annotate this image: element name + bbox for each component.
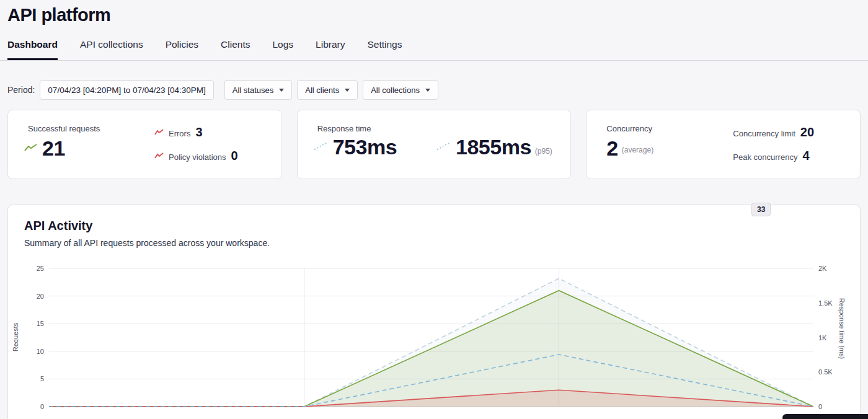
response-time-card: Response time 753ms 1855ms (p95) bbox=[297, 110, 572, 179]
tab-library[interactable]: Library bbox=[316, 25, 345, 60]
tab-logs[interactable]: Logs bbox=[272, 25, 293, 60]
chevron-down-icon bbox=[425, 89, 430, 92]
successful-requests-title: Successful requests bbox=[28, 124, 100, 133]
period-label: Period: bbox=[7, 85, 35, 95]
errors-value: 3 bbox=[195, 125, 202, 139]
trend-red-icon bbox=[154, 151, 164, 162]
trend-up-green-icon bbox=[24, 143, 38, 154]
sparkline-teal-icon bbox=[436, 142, 451, 153]
svg-text:15: 15 bbox=[37, 320, 44, 327]
policy-violations-value: 0 bbox=[231, 149, 238, 163]
response-avg-value: 753ms bbox=[333, 135, 397, 159]
svg-text:Response time (ms): Response time (ms) bbox=[838, 298, 846, 359]
svg-text:0: 0 bbox=[40, 403, 44, 410]
policy-violations-label: Policy violations bbox=[169, 152, 226, 162]
header: API platform bbox=[0, 0, 868, 25]
peak-concurrency-label: Peak concurrency bbox=[733, 152, 797, 162]
concurrency-title: Concurrency bbox=[606, 124, 652, 133]
concurrency-limit-label: Concurrency limit bbox=[733, 129, 795, 138]
clients-dropdown[interactable]: All clients bbox=[297, 80, 358, 100]
tab-settings[interactable]: Settings bbox=[367, 25, 402, 60]
svg-text:10: 10 bbox=[37, 348, 44, 355]
svg-text:0: 0 bbox=[818, 403, 822, 410]
errors-label: Errors bbox=[169, 129, 190, 138]
svg-text:2K: 2K bbox=[818, 265, 827, 272]
trend-red-icon bbox=[154, 127, 164, 138]
chart-count-badge: 33 bbox=[751, 203, 771, 216]
tab-api-collections[interactable]: API collections bbox=[80, 25, 143, 60]
sparkline-teal-icon bbox=[314, 142, 329, 153]
svg-text:0.5K: 0.5K bbox=[818, 368, 833, 376]
api-activity-title: API Activity bbox=[8, 205, 860, 233]
chevron-down-icon bbox=[345, 89, 350, 92]
page-title: API platform bbox=[7, 5, 861, 25]
collections-dropdown[interactable]: All collections bbox=[363, 80, 438, 100]
concurrency-limit-value: 20 bbox=[800, 125, 814, 139]
collections-dropdown-label: All collections bbox=[371, 86, 420, 95]
peak-concurrency-value: 4 bbox=[802, 149, 809, 163]
policy-violations-stat: Policy violations 0 bbox=[154, 149, 238, 163]
tab-bar: Dashboard API collections Policies Clien… bbox=[0, 25, 868, 61]
concurrency-card: Concurrency 2 (average) Concurrency limi… bbox=[586, 110, 861, 179]
concurrency-average-value: 2 bbox=[606, 136, 618, 161]
activity-chart[interactable]: 051015202500.5K1K1.5K2KRequestsResponse … bbox=[8, 262, 861, 414]
concurrency-limit-stat: Concurrency limit 20 bbox=[733, 125, 814, 139]
tab-policies[interactable]: Policies bbox=[166, 25, 198, 60]
api-activity-card: API Activity Summary of all API requests… bbox=[7, 205, 861, 419]
successful-requests-value: 21 bbox=[42, 136, 65, 161]
svg-text:1K: 1K bbox=[818, 334, 827, 342]
svg-text:1.5K: 1.5K bbox=[818, 299, 833, 307]
svg-text:25: 25 bbox=[37, 265, 44, 272]
concurrency-average-suffix: (average) bbox=[622, 146, 653, 154]
tab-clients[interactable]: Clients bbox=[221, 25, 250, 60]
filter-bar: Period: 07/04/23 [04:20PM] to 07/04/23 [… bbox=[0, 61, 868, 100]
response-p95-value: 1855ms bbox=[456, 135, 531, 159]
tab-dashboard[interactable]: Dashboard bbox=[7, 25, 58, 60]
peak-concurrency-stat: Peak concurrency 4 bbox=[733, 149, 814, 163]
svg-text:20: 20 bbox=[37, 293, 44, 300]
response-p95-suffix: (p95) bbox=[535, 147, 552, 156]
chevron-down-icon bbox=[279, 89, 284, 92]
horizontal-scrollbar-thumb[interactable] bbox=[782, 414, 868, 419]
successful-requests-card: Successful requests 21 Errors 3 Policy v… bbox=[7, 110, 282, 179]
errors-stat: Errors 3 bbox=[154, 125, 238, 139]
chart-container: 051015202500.5K1K1.5K2KRequestsResponse … bbox=[8, 262, 860, 414]
stats-row: Successful requests 21 Errors 3 Policy v… bbox=[0, 100, 868, 179]
svg-text:5: 5 bbox=[40, 375, 44, 382]
clients-dropdown-label: All clients bbox=[305, 86, 339, 95]
api-activity-subtitle: Summary of all API requests processed ac… bbox=[8, 233, 860, 248]
statuses-dropdown-label: All statuses bbox=[232, 86, 273, 95]
response-time-title: Response time bbox=[317, 124, 371, 133]
svg-text:Requests: Requests bbox=[12, 322, 19, 351]
statuses-dropdown[interactable]: All statuses bbox=[224, 80, 292, 100]
period-range-button[interactable]: 07/04/23 [04:20PM] to 07/04/23 [04:30PM] bbox=[40, 80, 213, 100]
